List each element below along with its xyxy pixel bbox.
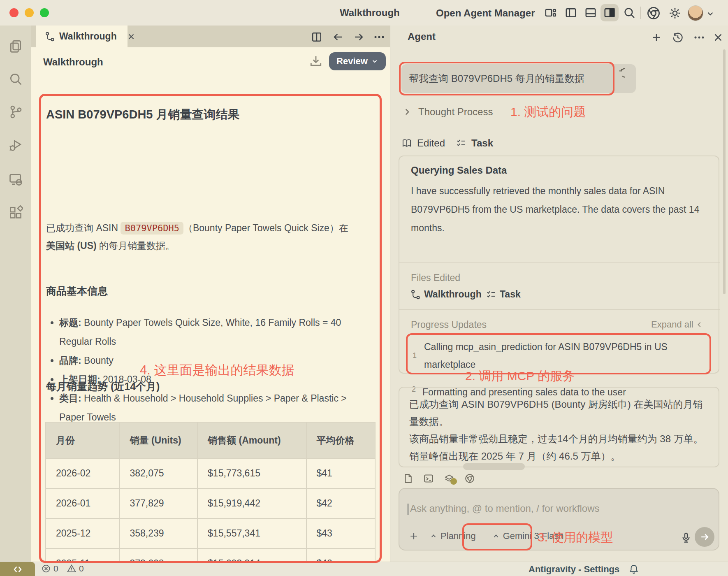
files-edited-label: Files Edited (411, 272, 460, 283)
add-context-icon[interactable] (408, 531, 419, 541)
list-item: 标题: Bounty Paper Towels Quick Size, Whit… (59, 313, 364, 351)
table-row: 2025-11373,608$15,693,914$42 (46, 548, 375, 563)
progress-updates-label: Progress Updates (411, 319, 487, 330)
intro-marketplace: 美国站 (US) (46, 240, 97, 251)
gear-icon[interactable] (668, 6, 682, 20)
remote-indicator[interactable] (0, 562, 35, 576)
review-button-label: Review (336, 56, 368, 67)
titlebar-divider (640, 7, 641, 19)
divider (399, 262, 720, 263)
new-chat-icon[interactable] (650, 31, 663, 44)
agent-response-card: 已成功查询 ASIN B079VP6DH5 (Bounty 厨房纸巾) 在美国站… (399, 387, 719, 467)
expand-all-button[interactable]: Expand all (651, 319, 703, 330)
asin-code: B079VP6DH5 (121, 222, 183, 235)
chevron-left-icon (696, 321, 703, 328)
chevron-right-icon (403, 107, 412, 116)
mic-icon[interactable] (680, 532, 692, 544)
toggle-bottom-panel-icon[interactable] (584, 6, 597, 19)
avatar[interactable] (688, 5, 703, 21)
agent-panel: Agent 帮我查询 B079VP6DH5 每月的销量数据 Thought Pr… (390, 26, 728, 562)
book-icon (401, 138, 412, 149)
forward-arrow-icon[interactable] (352, 31, 365, 43)
intro-suffix: 的每月销量数据。 (97, 240, 175, 251)
status-bar: 0 0 Antigravity - Settings (0, 562, 728, 576)
bell-icon[interactable] (628, 564, 639, 574)
warnings-indicator[interactable]: 0 (67, 564, 84, 574)
search-icon[interactable] (623, 6, 636, 19)
annotation-box-model (462, 523, 532, 550)
activity-bar (0, 26, 31, 562)
explorer-icon[interactable] (8, 39, 23, 53)
chevron-down-icon[interactable] (706, 9, 715, 18)
section-product-info: 商品基本信息 (46, 284, 108, 298)
tab-walkthrough[interactable]: Walkthrough (36, 26, 128, 47)
response-paragraph: 已成功查询 ASIN B079VP6DH5 (Bounty 厨房纸巾) 在美国站… (409, 396, 709, 430)
notification-dot (450, 478, 457, 485)
thought-process-toggle[interactable]: Thought Process (403, 106, 493, 118)
download-icon[interactable] (308, 54, 323, 69)
remote-explorer-icon[interactable] (8, 172, 23, 187)
warning-icon (67, 564, 77, 574)
file-chip-walkthrough[interactable]: Walkthrough (410, 289, 482, 300)
toggle-right-panel-icon[interactable] (603, 6, 616, 19)
search-sidebar-icon[interactable] (8, 72, 23, 86)
intro-middle: （Bounty Paper Towels Quick Size）在 (183, 223, 348, 233)
warnings-count: 0 (79, 564, 84, 574)
browser-icon[interactable] (464, 473, 475, 484)
toggle-left-panel-icon[interactable] (564, 6, 577, 19)
error-icon (41, 564, 51, 574)
extensions-icon[interactable] (8, 205, 23, 220)
context-tools-row (403, 473, 475, 484)
document-icon[interactable] (403, 473, 413, 484)
sales-table: 月份 销量 (Units) 销售额 (Amount) 平均价格 2026-023… (45, 422, 376, 563)
close-window-button[interactable] (9, 8, 19, 17)
table-row: 2025-12358,239$15,557,341$43 (46, 518, 375, 548)
statusbar-settings-label[interactable]: Antigravity - Settings (529, 564, 619, 575)
close-tab-icon[interactable] (127, 32, 136, 41)
more-actions-icon[interactable] (373, 31, 385, 43)
edited-task-row: Edited Task (401, 137, 493, 149)
annotation-4-label: 4. 这里面是输出的结果数据 (140, 362, 294, 379)
back-arrow-icon[interactable] (332, 31, 344, 43)
open-agent-manager-label[interactable]: Open Agent Manager (436, 7, 535, 19)
run-debug-icon[interactable] (8, 137, 23, 152)
panel-scrollbar[interactable] (723, 49, 726, 294)
response-paragraph: 该商品销量非常强劲且稳定，过去14个月的月均销量约为 38 万单。销量峰值出现在… (409, 430, 709, 465)
task-label: Task (471, 137, 493, 149)
remote-icon (12, 564, 23, 575)
source-control-icon[interactable] (8, 105, 23, 119)
annotation-2-label: 2. 调用 MCP 的服务 (465, 368, 575, 385)
close-panel-icon[interactable] (712, 31, 724, 44)
zoom-window-button[interactable] (40, 8, 49, 17)
errors-count: 0 (53, 564, 58, 574)
send-button[interactable] (695, 527, 714, 547)
browser-icon[interactable] (647, 6, 661, 20)
col-amount: 销售额 (Amount) (197, 422, 306, 458)
agent-panel-title: Agent (408, 31, 436, 42)
split-editor-icon[interactable] (311, 31, 323, 43)
layers-icon[interactable] (444, 473, 454, 484)
history-icon[interactable] (672, 31, 684, 44)
minimize-window-button[interactable] (25, 8, 34, 17)
document-title: Walkthrough (43, 56, 103, 68)
walkthrough-icon (410, 289, 421, 300)
text-caret (408, 504, 408, 515)
section-monthly-trend: 每月销量趋势 (近14个月) (46, 380, 160, 393)
table-header-row: 月份 销量 (Units) 销售额 (Amount) 平均价格 (46, 422, 375, 458)
customize-layout-icon[interactable] (544, 6, 557, 19)
scroll-pill[interactable] (463, 463, 525, 470)
file-chip-task[interactable]: Task (486, 289, 521, 300)
file-chip-label: Walkthrough (424, 289, 482, 300)
review-button[interactable]: Review (329, 52, 386, 70)
doc-heading: ASIN B079VP6DH5 月销量查询结果 (46, 107, 240, 123)
title-bar: Walkthrough Open Agent Manager (0, 0, 728, 26)
table-row: 2026-02382,075$15,773,615$41 (46, 458, 375, 488)
errors-indicator[interactable]: 0 (41, 564, 58, 574)
more-options-icon[interactable] (693, 31, 705, 44)
agent-summary-card: Querying Sales Data I have successfully … (399, 156, 719, 374)
checklist-icon (486, 289, 496, 300)
annotation-box-question (399, 62, 614, 95)
terminal-icon[interactable] (423, 473, 434, 484)
annotation-1-label: 1. 测试的问题 (510, 104, 586, 121)
table-row: 2026-01377,829$15,919,442$42 (46, 488, 375, 518)
